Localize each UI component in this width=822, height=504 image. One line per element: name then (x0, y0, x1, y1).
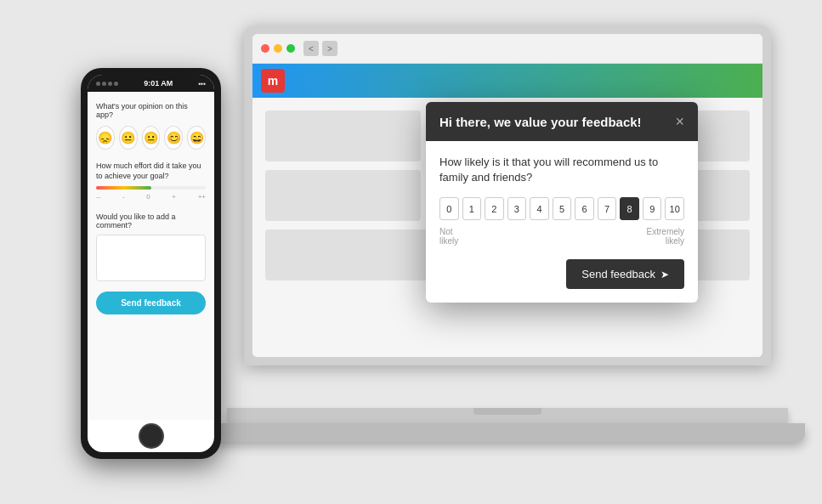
app-header-bar: m (252, 64, 762, 98)
rating-labels: Notlikely Extremelylikely (439, 227, 684, 246)
dot-yellow[interactable] (274, 44, 282, 53)
emoji-1[interactable]: 😞 (96, 126, 115, 150)
emoji-4[interactable]: 😊 (164, 126, 183, 150)
browser-bar: < > (252, 34, 762, 64)
laptop-base (227, 408, 788, 425)
browser-nav: < > (303, 41, 337, 56)
modal-header: Hi there, we value your feedback! × (426, 102, 698, 141)
phone-effort-title: How much effort did it take you to achie… (96, 161, 206, 181)
rating-btn-9[interactable]: 9 (643, 197, 662, 220)
phone-battery: ▪▪▪ (198, 80, 206, 88)
send-feedback-button[interactable]: Send feedback ➤ (566, 259, 684, 289)
modal-question: How likely is it that you will recommend… (439, 155, 684, 185)
app-logo: m (261, 69, 285, 93)
phone-signal-dots (96, 82, 118, 86)
laptop-screen: < > m (252, 34, 762, 357)
phone-time: 9:01 AM (144, 79, 173, 88)
back-button[interactable]: < (303, 41, 319, 56)
phone-content: What's your opinion on this app? 😞 😐 😐 😊… (88, 92, 214, 420)
modal-body: How likely is it that you will recommend… (426, 141, 698, 303)
effort-label-mm: -- (96, 193, 100, 201)
laptop-foot (210, 423, 805, 442)
rating-btn-0[interactable]: 0 (439, 197, 459, 220)
rating-btn-6[interactable]: 6 (575, 197, 594, 220)
effort-labels: -- - 0 + ++ (96, 193, 206, 201)
effort-fill (96, 186, 151, 190)
rating-btn-7[interactable]: 7 (598, 197, 617, 220)
phone-status-bar: 9:01 AM ▪▪▪ (88, 75, 214, 92)
phone-send-button[interactable]: Send feedback (96, 292, 206, 314)
browser-dots (261, 44, 295, 53)
signal-dot-3 (108, 82, 112, 86)
rating-btn-2[interactable]: 2 (485, 197, 504, 220)
phone: 9:01 AM ▪▪▪ What's your opinion on this … (81, 68, 221, 459)
dot-red[interactable] (261, 44, 269, 53)
placeholder-block-3 (265, 170, 421, 221)
laptop-body: < > m (244, 25, 771, 365)
laptop-notch (473, 408, 541, 415)
rating-row: 012345678910 (439, 197, 684, 220)
send-icon: ➤ (660, 269, 669, 280)
rating-btn-5[interactable]: 5 (553, 197, 572, 220)
feedback-modal: Hi there, we value your feedback! × How … (426, 102, 698, 303)
modal-close-button[interactable]: × (675, 114, 684, 129)
signal-dot-4 (114, 82, 118, 86)
signal-dot-1 (96, 82, 100, 86)
emoji-5[interactable]: 😄 (187, 126, 206, 150)
effort-label-pp: ++ (198, 193, 206, 201)
emoji-2[interactable]: 😐 (119, 126, 138, 150)
phone-comment-title: Would you like to add a comment? (96, 212, 206, 229)
modal-title: Hi there, we value your feedback! (439, 115, 642, 129)
emoji-3[interactable]: 😐 (142, 126, 161, 150)
laptop-content: m Hi there, we value your (252, 64, 762, 357)
laptop: < > m (244, 25, 771, 467)
phone-home-button[interactable] (139, 423, 164, 449)
phone-opinion-title: What's your opinion on this app? (96, 102, 206, 119)
phone-screen: 9:01 AM ▪▪▪ What's your opinion on this … (88, 75, 214, 452)
effort-label-m: - (122, 193, 125, 201)
rating-btn-1[interactable]: 1 (462, 197, 482, 220)
label-extremely-likely: Extremelylikely (647, 227, 684, 246)
rating-btn-3[interactable]: 3 (507, 197, 527, 220)
signal-dot-2 (102, 82, 106, 86)
phone-comment-area[interactable] (96, 235, 206, 281)
placeholder-block-1 (265, 110, 421, 161)
emoji-row: 😞 😐 😐 😊 😄 (96, 126, 206, 150)
label-not-likely: Notlikely (439, 227, 458, 246)
rating-btn-10[interactable]: 10 (665, 197, 684, 220)
effort-label-p: + (172, 193, 176, 201)
dot-green[interactable] (286, 44, 295, 53)
effort-label-0: 0 (146, 193, 150, 201)
rating-btn-4[interactable]: 4 (530, 197, 549, 220)
effort-bar (96, 186, 206, 190)
send-feedback-label: Send feedback (581, 268, 655, 280)
scene: < > m (0, 0, 822, 504)
rating-btn-8[interactable]: 8 (620, 197, 639, 220)
forward-button[interactable]: > (322, 41, 337, 56)
